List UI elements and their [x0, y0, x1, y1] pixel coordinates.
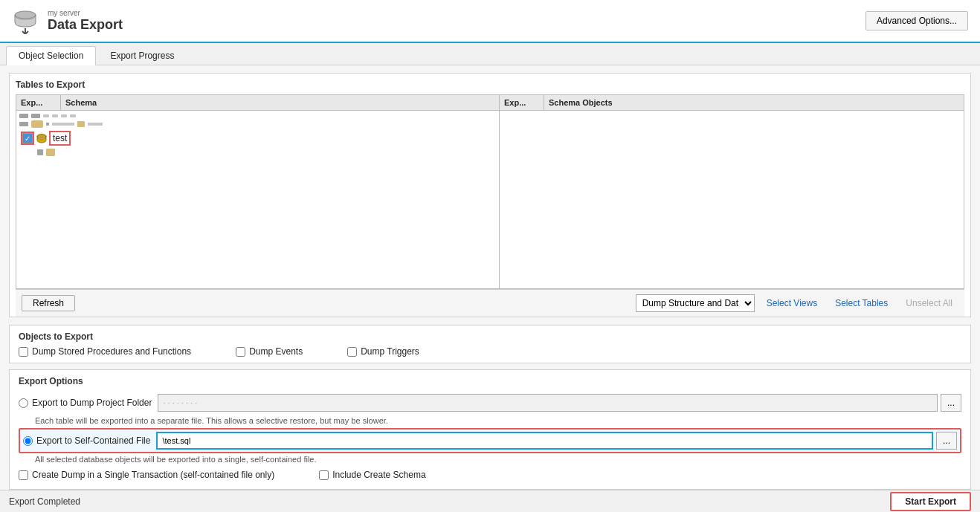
dump-folder-path-input[interactable]: [158, 394, 938, 412]
refresh-button[interactable]: Refresh: [22, 295, 75, 311]
status-bar: Export Completed Start Export: [0, 490, 980, 512]
sub-options-row: Create Dump in a Single Transaction (sel…: [19, 467, 961, 483]
dump-triggers-checkbox[interactable]: [347, 347, 357, 357]
create-dump-checkbox[interactable]: [19, 470, 28, 480]
data-export-icon: [12, 7, 39, 34]
blurred-sub-rows: [34, 146, 499, 159]
self-contained-hint: All selected database objects will be ex…: [35, 455, 961, 464]
include-schema-checkbox[interactable]: [319, 470, 329, 480]
self-contained-path-input[interactable]: [156, 432, 933, 450]
tables-to-export-section: Tables to Export Exp... Schema: [9, 73, 971, 317]
header-text: my server Data Export: [48, 9, 123, 33]
table-toolbar: Refresh Dump Structure and Dat Select Vi…: [16, 289, 964, 317]
dump-stored-checkbox[interactable]: [19, 347, 28, 357]
objects-section-title: Objects to Export: [19, 331, 961, 342]
dump-events-label: Dump Events: [249, 346, 303, 357]
dump-structure-select[interactable]: Dump Structure and Dat: [636, 294, 755, 312]
export-self-contained-label: Export to Self-Contained File: [36, 435, 150, 446]
start-export-button[interactable]: Start Export: [890, 492, 971, 511]
dump-folder-browse-btn[interactable]: ...: [941, 394, 961, 412]
export-options-title: Export Options: [19, 376, 961, 386]
page-title: Data Export: [48, 17, 123, 33]
blur-row-1: [19, 114, 496, 118]
tree-checkbox-test[interactable]: ✓: [22, 133, 33, 143]
dump-folder-input-row: ...: [158, 394, 961, 412]
create-dump-label: Create Dump in a Single Transaction (sel…: [32, 470, 274, 480]
dump-folder-hint: Each table will be exported into a separ…: [35, 416, 961, 425]
left-panel: Exp... Schema: [16, 95, 500, 288]
include-schema-label: Include Create Schema: [332, 470, 425, 480]
export-dump-folder-item: Export to Dump Project Folder: [19, 398, 152, 408]
export-options-section: Export Options Export to Dump Project Fo…: [9, 369, 971, 490]
left-panel-header: Exp... Schema: [16, 95, 499, 111]
dump-triggers-label: Dump Triggers: [361, 346, 419, 357]
objects-checkbox-row: Dump Stored Procedures and Functions Dum…: [19, 346, 961, 357]
status-text: Export Completed: [9, 496, 80, 507]
objects-to-export-section: Objects to Export Dump Stored Procedures…: [9, 325, 971, 363]
export-dump-folder-radio[interactable]: [19, 398, 28, 408]
tab-export-progress[interactable]: Export Progress: [97, 46, 187, 65]
select-views-button[interactable]: Select Views: [761, 296, 823, 311]
col-schema-header: Schema: [61, 95, 499, 110]
select-tables-button[interactable]: Select Tables: [829, 296, 894, 311]
header: my server Data Export Advanced Options..…: [0, 0, 980, 43]
dump-stored-label: Dump Stored Procedures and Functions: [32, 346, 191, 357]
create-dump-item: Create Dump in a Single Transaction (sel…: [19, 470, 274, 480]
tables-section-title: Tables to Export: [16, 80, 964, 90]
right-panel: Exp... Schema Objects: [500, 95, 964, 288]
unselect-all-button[interactable]: Unselect All: [900, 296, 958, 311]
export-self-contained-row: Export to Self-Contained File ...: [19, 428, 961, 453]
right-col-exp-header: Exp...: [500, 95, 544, 110]
db-icon-test: [36, 133, 48, 143]
advanced-options-button[interactable]: Advanced Options...: [865, 11, 968, 30]
export-self-contained-radio[interactable]: [23, 436, 33, 446]
svg-point-0: [15, 11, 36, 19]
dump-triggers-item: Dump Triggers: [347, 346, 419, 357]
dump-events-item: Dump Events: [236, 346, 303, 357]
right-col-schema-obj-header: Schema Objects: [544, 95, 964, 110]
export-dump-folder-label: Export to Dump Project Folder: [32, 398, 152, 408]
right-panel-header: Exp... Schema Objects: [500, 95, 964, 111]
self-contained-input-row: ...: [156, 432, 957, 450]
dump-stored-item: Dump Stored Procedures and Functions: [19, 346, 191, 357]
tab-bar: Object Selection Export Progress: [0, 43, 980, 65]
blur-sub-row-1: [37, 149, 496, 156]
include-schema-item: Include Create Schema: [319, 470, 425, 480]
dump-events-checkbox[interactable]: [236, 347, 245, 357]
tree-item-test[interactable]: ✓ test: [19, 131, 499, 146]
server-name: my server: [48, 9, 123, 17]
blur-row-2: [19, 120, 496, 128]
export-self-contained-item: Export to Self-Contained File: [23, 435, 150, 446]
svg-point-1: [37, 135, 46, 138]
tab-object-selection[interactable]: Object Selection: [6, 46, 96, 65]
blurred-rows-top: [16, 111, 499, 131]
self-contained-browse-btn[interactable]: ...: [936, 432, 957, 450]
tables-export-container: Exp... Schema: [16, 94, 964, 289]
col-exp-header: Exp...: [16, 95, 61, 110]
header-left: my server Data Export: [12, 7, 123, 34]
tree-label-test: test: [51, 132, 69, 144]
main-content: Tables to Export Exp... Schema: [0, 65, 980, 512]
export-dump-folder-row: Export to Dump Project Folder ...: [19, 391, 961, 415]
